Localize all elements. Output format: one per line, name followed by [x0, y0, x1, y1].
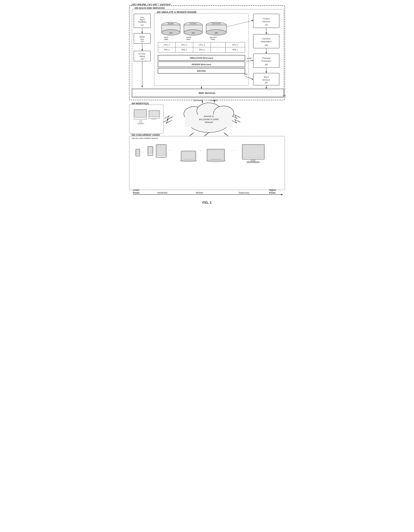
- svg-point-110: [180, 160, 197, 162]
- svg-rect-91: [151, 119, 156, 119]
- svg-marker-72: [252, 60, 253, 61]
- scene-data-label: scene: [186, 36, 191, 38]
- server-label: 100 ONLINE TRY-ONSM SERVER: [132, 4, 170, 6]
- svg-marker-79: [265, 87, 267, 89]
- svg-point-87: [139, 120, 142, 123]
- svg-text:204: 204: [265, 82, 268, 84]
- svg-text:Gen: Gen: [141, 38, 144, 40]
- mobile-label: Mobile: [196, 191, 203, 194]
- web-services-label: Web Services: [199, 92, 216, 95]
- svg-text:SFA_2: SFA_2: [181, 49, 187, 51]
- svg-rect-117: [251, 159, 255, 162]
- svg-rect-86: [134, 110, 146, 117]
- box308-label: 308: [244, 73, 247, 76]
- svg-text:216: 216: [141, 58, 144, 60]
- garment-data-label: garment: [210, 36, 217, 38]
- svg-marker-13: [141, 32, 143, 33]
- stationary-label: Stationary: [238, 191, 249, 194]
- sim-render-label: 300 SIMULATE & RENDER ENGINE: [157, 11, 197, 14]
- concurrent-sublabel: (via any web-enabled device): [132, 137, 158, 139]
- svg-text:304: 304: [192, 32, 195, 34]
- svg-text:Rating: Rating: [140, 55, 145, 57]
- svg-text:302: 302: [169, 32, 173, 34]
- svg-text:Garment: Garment: [262, 20, 270, 23]
- svg-marker-17: [141, 86, 143, 87]
- portrayal-prod-label: Portrayal: [262, 57, 270, 59]
- svg-point-114: [206, 160, 226, 162]
- concurrent-label: 500 CONCURRENT USERS: [132, 134, 160, 136]
- svg-text:Production: Production: [262, 60, 271, 62]
- svg-rect-106: [157, 145, 166, 155]
- svg-text:Feedback: Feedback: [138, 21, 146, 23]
- svg-text:CPU_3: CPU_3: [199, 44, 205, 46]
- requests-label: ↑ requests: [208, 99, 217, 101]
- svg-marker-64: [265, 33, 267, 34]
- svg-text:206: 206: [265, 64, 268, 66]
- svg-text:...: ...: [217, 49, 219, 51]
- svg-text:SFA_3: SFA_3: [199, 49, 205, 51]
- svg-text:...: ...: [169, 149, 171, 151]
- body-data-label: body: [164, 36, 168, 38]
- svg-text:...: ...: [200, 149, 201, 151]
- svg-rect-104: [148, 147, 152, 153]
- svg-text:SFA_n: SFA_n: [232, 49, 238, 51]
- svg-rect-113: [208, 150, 224, 159]
- bodies-label: Bodies: [168, 22, 174, 25]
- svg-text:CPU_2: CPU_2: [181, 44, 187, 46]
- svg-text:306: 306: [215, 32, 218, 34]
- higher-power-label: Higher: [269, 189, 276, 191]
- fit-conf-label: Fit Conf.: [139, 53, 146, 55]
- svg-rect-88: [138, 123, 144, 124]
- handheld-label: Handheld: [157, 191, 167, 194]
- svg-marker-15: [141, 49, 143, 51]
- cpu1-label: CPU_1: [164, 44, 170, 46]
- svg-marker-66: [265, 52, 267, 54]
- script-label: script: [247, 57, 252, 59]
- svg-marker-121: [281, 194, 283, 195]
- svg-text:↓data: ↓data: [186, 38, 190, 40]
- user-reg-label: User: [140, 17, 144, 19]
- svg-text:CPU_n: CPU_n: [232, 44, 238, 46]
- encode-label: ENCODE: [197, 70, 206, 72]
- simd-services-label: Sim'd: [264, 76, 269, 78]
- render-writeback-label: RENDER Write-back: [192, 63, 211, 66]
- model-gen-label: Model: [140, 36, 145, 38]
- sim-writeback-label: SIMULATION Write-back: [190, 57, 214, 59]
- svg-marker-74: [252, 78, 253, 80]
- website-label: 400 WEBSITE(S): [132, 102, 149, 105]
- lower-power-label: Lower: [133, 189, 140, 191]
- fig-label: FIG. 1: [202, 201, 212, 205]
- svg-text:Instantiation: Instantiation: [261, 40, 272, 43]
- svg-text:Reg &: Reg &: [140, 19, 145, 21]
- svg-text:Power: Power: [269, 191, 276, 194]
- backend-label: 200 BACK-END SERVICES: [134, 7, 165, 10]
- svg-text:Power: Power: [133, 191, 140, 194]
- garments-label: Garments: [212, 22, 221, 25]
- svg-rect-90: [149, 111, 159, 117]
- network-label1: Internet or: [204, 115, 214, 118]
- svg-text:Network: Network: [205, 121, 213, 124]
- svg-text:...: ...: [217, 44, 219, 46]
- sfa1-label: SFA_1: [164, 49, 169, 51]
- portrayals-label: portrayals: [194, 99, 203, 101]
- diagram-container: 100 ONLINE TRY-ONSM SERVER 200 BACK-END …: [127, 4, 287, 211]
- svg-text:↓data: ↓data: [163, 38, 168, 40]
- svg-text:210: 210: [265, 24, 268, 26]
- svg-text:. . .: . . .: [232, 149, 235, 151]
- custom-garment-label: Custom: [263, 18, 270, 20]
- svg-text:any private or public: any private or public: [199, 118, 219, 121]
- svg-text:208: 208: [265, 44, 268, 46]
- svg-rect-109: [182, 152, 195, 159]
- svg-text:214: 214: [141, 41, 144, 43]
- svg-rect-99: [129, 136, 285, 190]
- svg-marker-68: [265, 72, 267, 73]
- scenes-label: Scenes: [190, 22, 197, 25]
- svg-rect-1: [132, 9, 284, 96]
- svg-rect-0: [129, 6, 285, 100]
- svg-rect-116: [243, 145, 264, 158]
- svg-text:212: 212: [141, 24, 144, 26]
- main-diagram-svg: 100 ONLINE TRY-ONSM SERVER 200 BACK-END …: [127, 4, 287, 211]
- svg-rect-101: [136, 150, 139, 154]
- svg-text:↓data: ↓data: [210, 38, 215, 40]
- svg-text:...: ...: [142, 150, 144, 153]
